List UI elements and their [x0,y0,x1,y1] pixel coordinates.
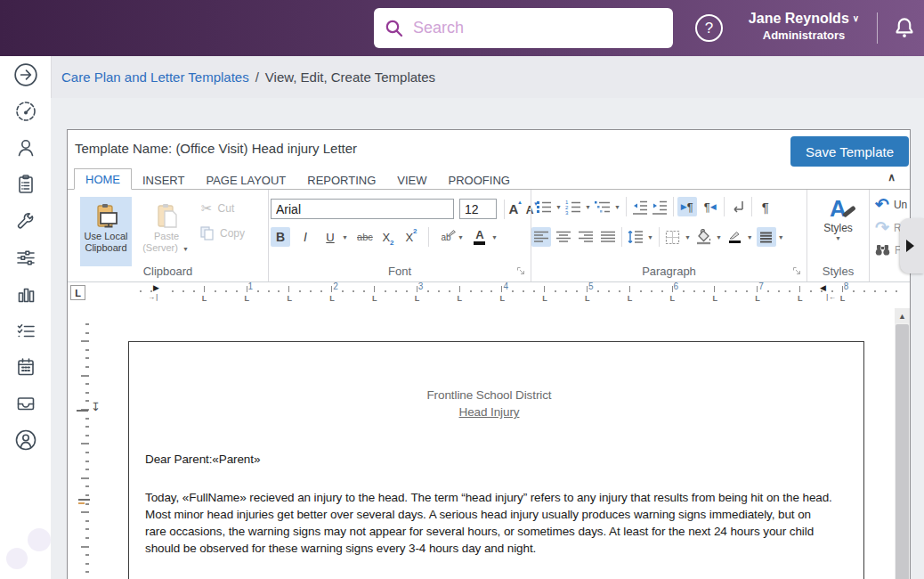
font-color-button[interactable]: A [470,227,490,247]
align-left-button[interactable] [531,227,551,247]
search-input[interactable] [413,19,662,37]
sidebar-item-reports[interactable] [0,275,51,312]
vertical-scrollbar[interactable]: ▲ [895,308,910,579]
borders-button[interactable] [663,227,683,247]
sidebar-item-visits[interactable] [0,166,51,202]
shading-lines-button[interactable] [757,227,776,247]
dropdown-arrow-icon[interactable]: ▼ [647,234,653,241]
sidebar-item-account[interactable] [0,421,51,458]
bold-button[interactable]: B [271,227,290,247]
sidebar-expand-button[interactable] [0,56,51,93]
ruler-mark [512,290,514,292]
dropdown-arrow-icon[interactable]: ▼ [555,204,562,210]
ruler-mark [374,286,375,292]
scrollbar-thumb[interactable] [896,324,909,579]
ruler-mark: 8 [844,281,849,291]
underline-button[interactable]: U [320,227,340,247]
document-page[interactable]: Frontline School District Head Injury De… [128,341,864,579]
dropdown-arrow-icon[interactable]: ▼ [685,234,691,241]
dropdown-arrow-icon[interactable]: ▼ [778,234,784,241]
align-center-button[interactable] [554,227,573,247]
ruler-mark [257,290,259,292]
first-line-indent-marker[interactable]: ▶ [153,283,159,292]
undo-button[interactable]: ↶Un [875,197,907,213]
sidebar-item-students[interactable] [0,129,51,166]
arrow-circle-right-icon [13,62,38,87]
scroll-up-button[interactable]: ▲ [895,308,910,323]
ruler-mark [619,290,620,292]
sidebar-nav [0,56,51,579]
breadcrumb-link[interactable]: Care Plan and Letter Templates [61,69,249,85]
ltr-direction-button[interactable]: ▶¶ [677,197,697,216]
ruler-mark [299,290,301,292]
pen-color-button[interactable] [725,227,745,247]
italic-button[interactable]: I [296,227,315,247]
line-break-button[interactable] [728,197,748,216]
ruler-mark [746,290,748,292]
multilevel-list-button[interactable] [593,197,612,216]
increase-indent-button[interactable] [650,197,669,216]
pencil-icon [447,227,457,237]
tab-proofing[interactable]: PROOFING [438,170,521,190]
shading-button[interactable] [694,227,714,247]
styles-group: A Styles ▼ Styles [806,190,869,281]
sidebar-item-tasks[interactable] [0,312,51,348]
sidebar-item-dashboard[interactable] [0,93,51,129]
ruler-mark [757,286,758,292]
help-button[interactable]: ? [695,14,723,42]
dropdown-arrow-icon[interactable]: ▼ [614,204,620,210]
tab-reporting[interactable]: REPORTING [296,170,386,190]
ruler-mark [767,290,769,292]
decrease-indent-button[interactable] [630,197,650,216]
dropdown-arrow-icon[interactable]: ▼ [585,204,591,210]
cut-button[interactable]: ✂ Cut [201,200,234,216]
global-search[interactable] [374,8,673,48]
font-size-input[interactable] [459,199,497,219]
tab-view[interactable]: VIEW [386,170,437,190]
paste-server-button[interactable]: Paste (Server) ▼ [137,197,196,266]
align-right-button[interactable] [576,227,596,247]
user-menu[interactable]: Jane Reynolds∨ Administrators [737,11,871,42]
numbered-list-button[interactable]: 123 [563,197,583,216]
dropdown-arrow-icon[interactable]: ▼ [716,234,722,241]
right-indent-marker[interactable]: ◀ [820,283,826,292]
bullet-list-button[interactable] [534,197,554,216]
dropdown-arrow-icon[interactable]: ▼ [491,234,498,241]
save-template-button[interactable]: Save Template [790,136,909,167]
ruler-mark [555,290,556,292]
ruler-mark [725,290,726,292]
notifications-button[interactable] [891,15,918,42]
sidebar-item-settings[interactable] [0,239,51,275]
justify-button[interactable] [598,227,618,247]
show-paragraph-marks-button[interactable]: ¶ [756,197,775,216]
dropdown-arrow-icon[interactable]: ▼ [747,234,753,241]
font-family-input[interactable] [271,199,454,219]
collapse-ribbon-icon[interactable]: ∧ [888,171,896,183]
superscript-button[interactable]: X2 [401,227,421,247]
dropdown-arrow-icon[interactable]: ▼ [342,234,348,241]
line-spacing-button[interactable] [626,227,645,247]
horizontal-ruler[interactable]: LL1LL2LL3LL4LL5LL6LL7LL8 [68,282,910,310]
clipboard-group-label: Clipboard [68,265,268,278]
tab-page-layout[interactable]: PAGE LAYOUT [195,170,296,190]
sidebar-item-tools[interactable] [0,202,51,239]
use-local-clipboard-button[interactable]: Use Local Clipboard [80,197,132,266]
sidebar-item-calendar[interactable] [0,348,51,385]
dropdown-arrow-icon[interactable]: ▼ [458,234,464,241]
ruler-mark [608,290,610,292]
sidebar-item-inbox[interactable] [0,385,51,421]
clipboard-list-icon [14,173,37,196]
ruler-tick [85,537,89,539]
copy-button[interactable]: Copy [199,225,245,241]
highlight-color-button[interactable]: ab [436,227,456,247]
left-indent-marker[interactable]: →∣ [148,293,158,301]
styles-button[interactable]: A Styles ▼ [807,197,869,241]
rtl-direction-button[interactable]: ¶◀ [701,197,720,216]
font-group: A▲ A▼ B I U ▼ abc X2 X2 ab ▼ A [268,190,531,281]
strikethrough-button[interactable]: abc [355,227,375,247]
tab-home[interactable]: HOME [74,168,132,190]
subscript-button[interactable]: X2 [378,227,398,247]
tab-insert[interactable]: INSERT [132,170,195,190]
panel-expander-tab[interactable] [900,218,924,273]
top-margin-marker[interactable]: ↧ [91,400,101,413]
